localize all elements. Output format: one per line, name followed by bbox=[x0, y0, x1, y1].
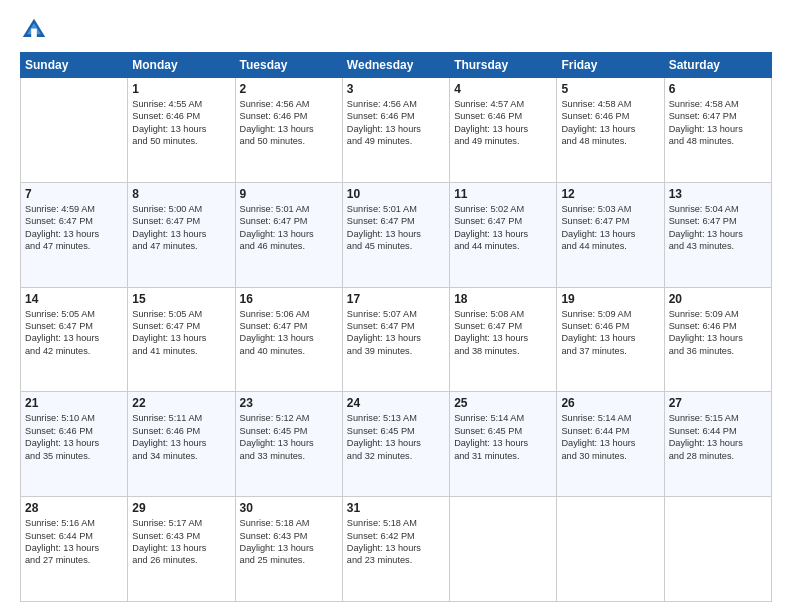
cell-info: Sunrise: 5:16 AM Sunset: 6:44 PM Dayligh… bbox=[25, 517, 123, 567]
logo-icon bbox=[20, 16, 48, 44]
calendar-cell: 29Sunrise: 5:17 AM Sunset: 6:43 PM Dayli… bbox=[128, 497, 235, 602]
cell-info: Sunrise: 5:12 AM Sunset: 6:45 PM Dayligh… bbox=[240, 412, 338, 462]
calendar-cell: 20Sunrise: 5:09 AM Sunset: 6:46 PM Dayli… bbox=[664, 287, 771, 392]
cell-info: Sunrise: 4:58 AM Sunset: 6:46 PM Dayligh… bbox=[561, 98, 659, 148]
calendar-cell bbox=[21, 78, 128, 183]
cell-info: Sunrise: 5:08 AM Sunset: 6:47 PM Dayligh… bbox=[454, 308, 552, 358]
day-number: 28 bbox=[25, 501, 123, 515]
calendar-cell bbox=[664, 497, 771, 602]
day-number: 16 bbox=[240, 292, 338, 306]
cell-info: Sunrise: 5:01 AM Sunset: 6:47 PM Dayligh… bbox=[240, 203, 338, 253]
day-number: 20 bbox=[669, 292, 767, 306]
day-number: 30 bbox=[240, 501, 338, 515]
calendar-cell: 3Sunrise: 4:56 AM Sunset: 6:46 PM Daylig… bbox=[342, 78, 449, 183]
day-number: 6 bbox=[669, 82, 767, 96]
calendar-cell: 16Sunrise: 5:06 AM Sunset: 6:47 PM Dayli… bbox=[235, 287, 342, 392]
week-row-3: 14Sunrise: 5:05 AM Sunset: 6:47 PM Dayli… bbox=[21, 287, 772, 392]
calendar-cell: 6Sunrise: 4:58 AM Sunset: 6:47 PM Daylig… bbox=[664, 78, 771, 183]
day-number: 29 bbox=[132, 501, 230, 515]
week-row-5: 28Sunrise: 5:16 AM Sunset: 6:44 PM Dayli… bbox=[21, 497, 772, 602]
calendar-table: SundayMondayTuesdayWednesdayThursdayFrid… bbox=[20, 52, 772, 602]
day-number: 24 bbox=[347, 396, 445, 410]
calendar-cell: 24Sunrise: 5:13 AM Sunset: 6:45 PM Dayli… bbox=[342, 392, 449, 497]
calendar-cell: 10Sunrise: 5:01 AM Sunset: 6:47 PM Dayli… bbox=[342, 182, 449, 287]
calendar-cell: 9Sunrise: 5:01 AM Sunset: 6:47 PM Daylig… bbox=[235, 182, 342, 287]
cell-info: Sunrise: 5:09 AM Sunset: 6:46 PM Dayligh… bbox=[669, 308, 767, 358]
page: SundayMondayTuesdayWednesdayThursdayFrid… bbox=[0, 0, 792, 612]
calendar-cell: 14Sunrise: 5:05 AM Sunset: 6:47 PM Dayli… bbox=[21, 287, 128, 392]
week-row-4: 21Sunrise: 5:10 AM Sunset: 6:46 PM Dayli… bbox=[21, 392, 772, 497]
day-number: 2 bbox=[240, 82, 338, 96]
calendar-cell: 26Sunrise: 5:14 AM Sunset: 6:44 PM Dayli… bbox=[557, 392, 664, 497]
week-row-1: 1Sunrise: 4:55 AM Sunset: 6:46 PM Daylig… bbox=[21, 78, 772, 183]
calendar-cell: 17Sunrise: 5:07 AM Sunset: 6:47 PM Dayli… bbox=[342, 287, 449, 392]
cell-info: Sunrise: 5:04 AM Sunset: 6:47 PM Dayligh… bbox=[669, 203, 767, 253]
cell-info: Sunrise: 5:09 AM Sunset: 6:46 PM Dayligh… bbox=[561, 308, 659, 358]
day-number: 18 bbox=[454, 292, 552, 306]
cell-info: Sunrise: 4:56 AM Sunset: 6:46 PM Dayligh… bbox=[347, 98, 445, 148]
calendar-cell: 5Sunrise: 4:58 AM Sunset: 6:46 PM Daylig… bbox=[557, 78, 664, 183]
day-header-thursday: Thursday bbox=[450, 53, 557, 78]
day-number: 13 bbox=[669, 187, 767, 201]
header bbox=[20, 16, 772, 44]
cell-info: Sunrise: 5:11 AM Sunset: 6:46 PM Dayligh… bbox=[132, 412, 230, 462]
day-number: 11 bbox=[454, 187, 552, 201]
day-number: 10 bbox=[347, 187, 445, 201]
calendar-cell bbox=[557, 497, 664, 602]
day-number: 25 bbox=[454, 396, 552, 410]
day-number: 31 bbox=[347, 501, 445, 515]
day-header-monday: Monday bbox=[128, 53, 235, 78]
day-number: 19 bbox=[561, 292, 659, 306]
calendar-cell: 21Sunrise: 5:10 AM Sunset: 6:46 PM Dayli… bbox=[21, 392, 128, 497]
day-number: 4 bbox=[454, 82, 552, 96]
calendar-cell: 13Sunrise: 5:04 AM Sunset: 6:47 PM Dayli… bbox=[664, 182, 771, 287]
day-header-sunday: Sunday bbox=[21, 53, 128, 78]
calendar-cell: 8Sunrise: 5:00 AM Sunset: 6:47 PM Daylig… bbox=[128, 182, 235, 287]
cell-info: Sunrise: 5:05 AM Sunset: 6:47 PM Dayligh… bbox=[25, 308, 123, 358]
calendar-cell: 12Sunrise: 5:03 AM Sunset: 6:47 PM Dayli… bbox=[557, 182, 664, 287]
day-number: 9 bbox=[240, 187, 338, 201]
svg-rect-2 bbox=[31, 29, 37, 37]
cell-info: Sunrise: 5:03 AM Sunset: 6:47 PM Dayligh… bbox=[561, 203, 659, 253]
cell-info: Sunrise: 5:17 AM Sunset: 6:43 PM Dayligh… bbox=[132, 517, 230, 567]
calendar-cell: 15Sunrise: 5:05 AM Sunset: 6:47 PM Dayli… bbox=[128, 287, 235, 392]
calendar-cell: 23Sunrise: 5:12 AM Sunset: 6:45 PM Dayli… bbox=[235, 392, 342, 497]
day-header-saturday: Saturday bbox=[664, 53, 771, 78]
day-number: 8 bbox=[132, 187, 230, 201]
cell-info: Sunrise: 5:05 AM Sunset: 6:47 PM Dayligh… bbox=[132, 308, 230, 358]
calendar-cell: 22Sunrise: 5:11 AM Sunset: 6:46 PM Dayli… bbox=[128, 392, 235, 497]
calendar-cell: 11Sunrise: 5:02 AM Sunset: 6:47 PM Dayli… bbox=[450, 182, 557, 287]
day-number: 21 bbox=[25, 396, 123, 410]
cell-info: Sunrise: 4:59 AM Sunset: 6:47 PM Dayligh… bbox=[25, 203, 123, 253]
cell-info: Sunrise: 5:10 AM Sunset: 6:46 PM Dayligh… bbox=[25, 412, 123, 462]
calendar-cell: 4Sunrise: 4:57 AM Sunset: 6:46 PM Daylig… bbox=[450, 78, 557, 183]
cell-info: Sunrise: 5:00 AM Sunset: 6:47 PM Dayligh… bbox=[132, 203, 230, 253]
cell-info: Sunrise: 5:06 AM Sunset: 6:47 PM Dayligh… bbox=[240, 308, 338, 358]
calendar-cell: 28Sunrise: 5:16 AM Sunset: 6:44 PM Dayli… bbox=[21, 497, 128, 602]
calendar-cell: 25Sunrise: 5:14 AM Sunset: 6:45 PM Dayli… bbox=[450, 392, 557, 497]
header-row: SundayMondayTuesdayWednesdayThursdayFrid… bbox=[21, 53, 772, 78]
day-number: 23 bbox=[240, 396, 338, 410]
cell-info: Sunrise: 5:07 AM Sunset: 6:47 PM Dayligh… bbox=[347, 308, 445, 358]
calendar-cell: 31Sunrise: 5:18 AM Sunset: 6:42 PM Dayli… bbox=[342, 497, 449, 602]
cell-info: Sunrise: 5:13 AM Sunset: 6:45 PM Dayligh… bbox=[347, 412, 445, 462]
cell-info: Sunrise: 5:15 AM Sunset: 6:44 PM Dayligh… bbox=[669, 412, 767, 462]
cell-info: Sunrise: 4:58 AM Sunset: 6:47 PM Dayligh… bbox=[669, 98, 767, 148]
calendar-cell: 27Sunrise: 5:15 AM Sunset: 6:44 PM Dayli… bbox=[664, 392, 771, 497]
day-number: 7 bbox=[25, 187, 123, 201]
day-number: 26 bbox=[561, 396, 659, 410]
day-number: 27 bbox=[669, 396, 767, 410]
day-number: 17 bbox=[347, 292, 445, 306]
logo bbox=[20, 16, 54, 44]
day-number: 3 bbox=[347, 82, 445, 96]
day-header-wednesday: Wednesday bbox=[342, 53, 449, 78]
day-number: 22 bbox=[132, 396, 230, 410]
calendar-cell: 19Sunrise: 5:09 AM Sunset: 6:46 PM Dayli… bbox=[557, 287, 664, 392]
day-number: 1 bbox=[132, 82, 230, 96]
cell-info: Sunrise: 5:18 AM Sunset: 6:43 PM Dayligh… bbox=[240, 517, 338, 567]
calendar-cell: 1Sunrise: 4:55 AM Sunset: 6:46 PM Daylig… bbox=[128, 78, 235, 183]
day-header-tuesday: Tuesday bbox=[235, 53, 342, 78]
cell-info: Sunrise: 5:14 AM Sunset: 6:45 PM Dayligh… bbox=[454, 412, 552, 462]
calendar-cell: 30Sunrise: 5:18 AM Sunset: 6:43 PM Dayli… bbox=[235, 497, 342, 602]
calendar-cell: 7Sunrise: 4:59 AM Sunset: 6:47 PM Daylig… bbox=[21, 182, 128, 287]
